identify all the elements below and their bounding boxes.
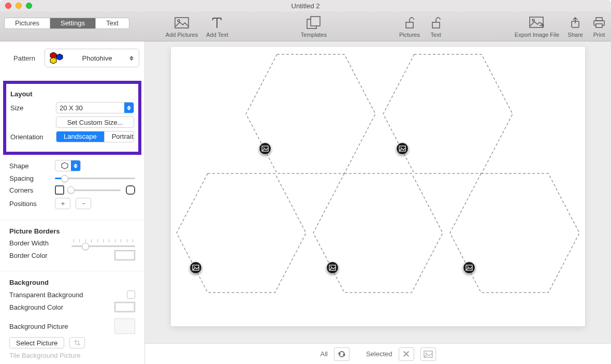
positions-label: Positions	[9, 200, 50, 208]
unlock-icon	[428, 15, 444, 31]
transparent-bg-label: Transparent Background	[9, 291, 122, 299]
image-icon	[399, 145, 406, 152]
svg-rect-3	[311, 17, 320, 26]
svg-marker-19	[383, 54, 513, 173]
shape-select[interactable]	[55, 160, 81, 171]
add-text-button[interactable]: Add Text	[206, 15, 228, 38]
svg-marker-22	[177, 173, 306, 293]
lock-pictures-button[interactable]: Pictures	[399, 15, 420, 38]
orientation-landscape[interactable]: Landscape	[56, 132, 104, 142]
updown-icon	[129, 54, 135, 62]
image-plus-icon	[174, 15, 190, 31]
templates-button[interactable]: Templates	[301, 15, 327, 38]
square-corner-icon	[55, 185, 64, 195]
tab-pictures[interactable]: Pictures	[5, 18, 50, 28]
image-icon	[192, 264, 199, 271]
image-icon	[424, 351, 433, 358]
hex-tile[interactable]	[243, 52, 378, 178]
shape-label: Shape	[9, 162, 50, 170]
round-corner-icon	[126, 185, 135, 195]
image-export-icon	[529, 15, 545, 31]
background-picture-label: Background Picture	[9, 323, 109, 330]
lock-text-button[interactable]: Text	[428, 15, 444, 38]
toolbar: Pictures Settings Text Add Pictures Add …	[0, 11, 611, 41]
printer-icon	[591, 15, 607, 31]
sidebar-tab-switcher: Pictures Settings Text	[4, 18, 129, 29]
crop-icon	[74, 339, 81, 346]
background-heading: Background	[9, 279, 135, 286]
svg-marker-28	[450, 173, 579, 293]
image-placeholder-badge[interactable]	[190, 261, 202, 274]
image-icon	[465, 264, 473, 271]
border-color-well[interactable]	[114, 250, 135, 260]
window-title: Untitled 2	[0, 2, 611, 10]
corners-slider[interactable]	[69, 190, 121, 191]
orientation-segment: Landscape Portrait	[56, 131, 134, 142]
x-icon: ✕	[402, 348, 410, 360]
svg-rect-5	[432, 22, 440, 28]
svg-rect-0	[175, 18, 188, 28]
image-placeholder-badge[interactable]	[326, 261, 339, 274]
svg-marker-15	[62, 163, 68, 169]
share-icon	[568, 15, 583, 31]
svg-point-21	[401, 148, 402, 149]
size-label: Size	[10, 104, 51, 112]
rotate-all-button[interactable]	[334, 347, 350, 361]
border-width-slider[interactable]	[71, 245, 135, 247]
layout-section-highlight: Layout Size 20 X 30 Set Custom Size... O…	[3, 81, 141, 155]
svg-point-18	[264, 148, 265, 149]
hex-tile[interactable]	[174, 171, 309, 297]
svg-point-32	[425, 352, 427, 354]
canvas-page[interactable]	[171, 47, 585, 326]
set-custom-size-button[interactable]: Set Custom Size...	[56, 117, 134, 128]
toolbar-label: Share	[568, 32, 583, 38]
spacing-label: Spacing	[9, 174, 50, 182]
svg-marker-25	[313, 173, 443, 293]
toolbar-label: Add Pictures	[166, 32, 198, 38]
svg-rect-6	[530, 17, 543, 27]
print-button[interactable]: Print	[591, 15, 607, 38]
image-placeholder-badge[interactable]	[259, 142, 271, 155]
image-placeholder-badge[interactable]	[463, 261, 475, 274]
toolbar-label: Pictures	[399, 32, 420, 38]
templates-icon	[306, 15, 322, 31]
positions-add-button[interactable]: ＋	[55, 198, 70, 209]
toolbar-label: Print	[593, 32, 605, 38]
pattern-select[interactable]: Photohive	[45, 49, 139, 67]
updown-icon	[127, 104, 132, 112]
selected-label: Selected	[366, 350, 392, 358]
orientation-portrait[interactable]: Portrait	[104, 132, 134, 142]
share-button[interactable]: Share	[568, 15, 583, 38]
tab-settings[interactable]: Settings	[50, 18, 95, 28]
hex-tile[interactable]	[381, 52, 515, 178]
image-placeholder-badge[interactable]	[396, 142, 409, 155]
border-width-label: Border Width	[9, 239, 66, 247]
svg-point-1	[178, 20, 180, 22]
positions-remove-button[interactable]: －	[76, 198, 91, 209]
spacing-slider[interactable]	[55, 178, 135, 179]
canvas-area: All Selected ✕	[145, 41, 611, 364]
export-button[interactable]: Export Image File	[515, 15, 559, 38]
size-select[interactable]: 20 X 30	[56, 102, 134, 113]
delete-selected-button[interactable]: ✕	[399, 347, 414, 361]
svg-marker-14	[50, 57, 56, 64]
tab-text[interactable]: Text	[95, 18, 129, 28]
image-selected-button[interactable]	[420, 347, 436, 361]
svg-rect-10	[596, 18, 602, 21]
toolbar-label: Add Text	[206, 32, 228, 38]
image-icon	[261, 145, 269, 152]
transparent-bg-checkbox[interactable]	[127, 290, 135, 299]
borders-heading: Picture Borders	[9, 227, 135, 235]
image-icon	[329, 264, 336, 271]
select-picture-button[interactable]: Select Picture	[9, 337, 64, 348]
svg-point-24	[194, 267, 195, 268]
crop-button[interactable]	[69, 337, 85, 348]
background-color-well[interactable]	[114, 302, 135, 312]
rotate-all-label: All	[320, 350, 327, 358]
hex-tile[interactable]	[447, 171, 582, 297]
toolbar-label: Templates	[301, 32, 327, 38]
add-pictures-button[interactable]: Add Pictures	[166, 15, 198, 38]
hex-tile[interactable]	[311, 171, 445, 297]
svg-rect-11	[596, 24, 602, 27]
plus-icon: ＋	[60, 199, 66, 208]
